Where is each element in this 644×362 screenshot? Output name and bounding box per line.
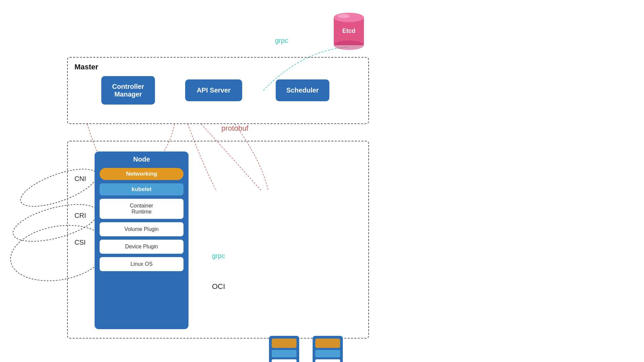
node-box: CNI CRI CSI Node Networking kubelet Cont… xyxy=(67,141,369,339)
svg-text:Etcd: Etcd xyxy=(342,27,355,34)
controller-manager-box: ControllerManager xyxy=(101,76,155,105)
kubelet-box: kubelet xyxy=(100,183,183,195)
api-server-box: API Server xyxy=(185,79,242,101)
svg-point-6 xyxy=(338,14,350,18)
protobuf-label: protobuf xyxy=(221,124,249,133)
pod1-box xyxy=(269,336,299,362)
cri-label: CRI xyxy=(74,212,86,220)
node-panel: Node Networking kubelet ContainerRuntime… xyxy=(95,152,189,329)
oci-label: OCI xyxy=(212,282,225,291)
scheduler-label: Scheduler xyxy=(286,86,319,94)
master-box: Master ControllerManager API Server Sche… xyxy=(67,57,369,124)
grpc-etcd-label: grpc xyxy=(275,37,288,45)
etcd-component: Etcd xyxy=(332,10,366,50)
pod2-white-bar1 xyxy=(315,359,340,362)
linux-os-box: Linux OS xyxy=(100,257,183,271)
pod1-blue-bar xyxy=(272,350,297,357)
pod2-blue-bar xyxy=(315,350,340,357)
pod1-container xyxy=(269,336,299,362)
cni-label: CNI xyxy=(74,175,86,183)
csi-label: CSI xyxy=(74,239,86,246)
controller-manager-label: ControllerManager xyxy=(112,83,144,98)
diagram: Etcd grpc Master ControllerManager API S… xyxy=(0,0,644,362)
volume-plugin-box: Volume Plugin xyxy=(100,222,183,236)
grpc-node-label: grpc xyxy=(212,252,225,260)
etcd-cylinder-svg: Etcd xyxy=(332,10,366,50)
pod1-orange-bar xyxy=(272,339,297,348)
scheduler-box: Scheduler xyxy=(276,79,329,101)
container-runtime-box: ContainerRuntime xyxy=(100,199,183,219)
device-plugin-box: Device Plugin xyxy=(100,240,183,254)
pod2-box xyxy=(313,336,343,362)
node-title: Node xyxy=(133,156,150,163)
master-label: Master xyxy=(74,63,98,71)
pod2-orange-bar xyxy=(315,339,340,348)
svg-point-5 xyxy=(334,41,364,50)
networking-box: Networking xyxy=(100,168,183,180)
pod2-container xyxy=(313,336,343,362)
svg-point-4 xyxy=(334,13,364,22)
api-server-label: API Server xyxy=(197,86,230,94)
pod1-white-bar1 xyxy=(272,359,297,362)
